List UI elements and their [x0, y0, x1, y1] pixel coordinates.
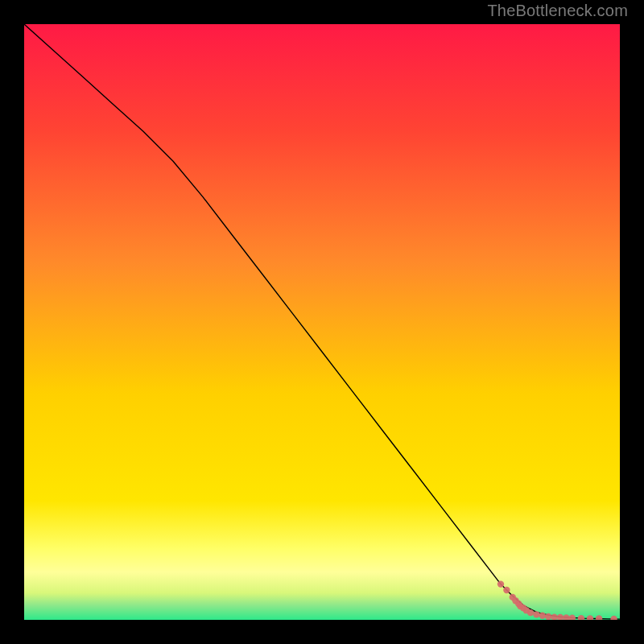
point-data-points	[527, 609, 534, 616]
point-data-points	[503, 587, 510, 593]
point-data-points	[539, 613, 546, 619]
point-data-points	[497, 580, 504, 587]
chart-area	[24, 24, 620, 620]
svg-rect-0	[24, 24, 620, 620]
point-data-points	[545, 613, 551, 620]
point-data-points	[533, 611, 539, 617]
credit-label: TheBottleneck.com	[487, 2, 628, 20]
chart-svg	[24, 24, 620, 620]
